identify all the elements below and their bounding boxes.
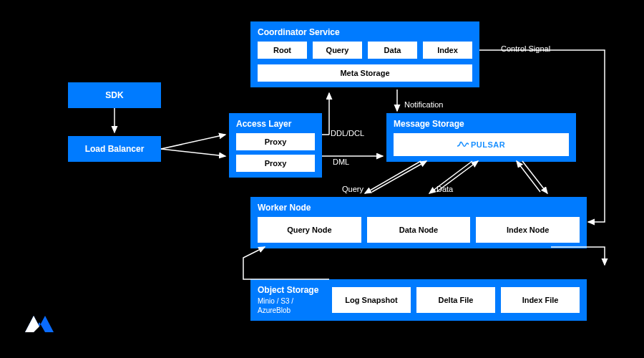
object-storage-subtitle: Minio / S3 / AzureBlob [258, 296, 322, 315]
pulsar-icon [457, 141, 469, 148]
message-storage-box: Message Storage PULSAR [386, 113, 576, 162]
proxy-2: Proxy [236, 155, 315, 172]
pulsar-text: PULSAR [471, 140, 505, 149]
coordinator-title: Coordinator Service [258, 27, 472, 37]
pulsar-logo: PULSAR [457, 140, 505, 149]
sdk-box: SDK [68, 82, 161, 108]
coordinator-box: Coordinator Service Root Query Data Inde… [250, 21, 479, 87]
label-data: Data [436, 185, 453, 193]
access-layer-title: Access Layer [236, 119, 315, 129]
log-snapshot: Log Snapshot [332, 287, 411, 313]
sdk-label: SDK [105, 90, 123, 100]
coord-meta-storage: Meta Storage [258, 64, 472, 82]
svg-line-2 [161, 149, 225, 156]
data-node: Data Node [367, 217, 471, 243]
coord-root: Root [258, 42, 307, 59]
pulsar-box: PULSAR [394, 133, 569, 156]
proxy-1: Proxy [236, 133, 315, 150]
object-storage-box: Object Storage Minio / S3 / AzureBlob Lo… [250, 279, 587, 321]
load-balancer-label: Load Balancer [85, 144, 145, 154]
svg-line-1 [161, 135, 225, 149]
coord-data: Data [368, 42, 417, 59]
svg-line-12 [517, 161, 540, 192]
index-node: Index Node [476, 217, 580, 243]
coord-index: Index [423, 42, 472, 59]
brand-logo-icon [21, 312, 57, 341]
svg-line-8 [372, 161, 426, 192]
label-ddl-dcl: DDL/DCL [331, 129, 364, 137]
label-control-signal: Control Signal [501, 44, 550, 53]
label-dml: DML [333, 158, 349, 166]
query-node: Query Node [258, 217, 361, 243]
brand-logo [21, 312, 57, 344]
coord-query: Query [313, 42, 362, 59]
worker-node-title: Worker Node [258, 203, 580, 213]
svg-line-11 [522, 161, 547, 193]
label-notification: Notification [404, 100, 443, 109]
svg-line-7 [365, 161, 421, 193]
load-balancer-box: Load Balancer [68, 136, 161, 162]
index-file: Index File [501, 287, 580, 313]
object-storage-title: Object Storage [258, 285, 322, 295]
label-query: Query [342, 185, 364, 193]
worker-node-box: Worker Node Query Node Data Node Index N… [250, 197, 587, 248]
delta-file: Delta File [416, 287, 495, 313]
message-storage-title: Message Storage [394, 119, 569, 129]
access-layer-box: Access Layer Proxy Proxy [229, 113, 322, 178]
